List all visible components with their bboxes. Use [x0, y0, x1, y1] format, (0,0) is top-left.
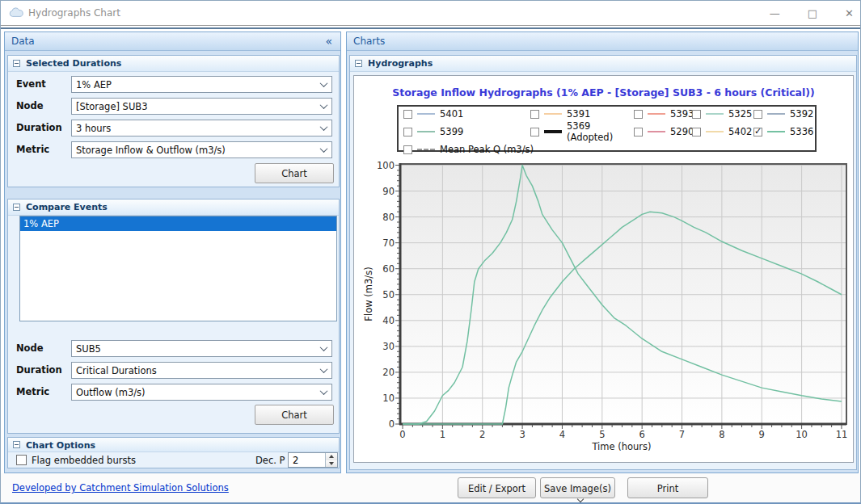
- legend-swatch: [767, 113, 785, 115]
- flag-embedded-bursts-label: Flag embedded bursts: [32, 455, 136, 466]
- svg-text:7: 7: [679, 429, 685, 440]
- chevron-down-icon[interactable]: [316, 78, 331, 91]
- legend-item: 5401: [403, 108, 530, 120]
- legend-checkbox[interactable]: [634, 110, 643, 119]
- legend-swatch: [767, 131, 785, 132]
- edit-export-button[interactable]: Edit / Export: [458, 477, 536, 498]
- svg-text:90: 90: [382, 186, 395, 197]
- collapse-group-icon[interactable]: [355, 60, 362, 67]
- metric-select[interactable]: Storage Inflow & Outflow (m3/s): [71, 141, 332, 158]
- chevron-down-icon[interactable]: [316, 121, 331, 135]
- svg-text:100: 100: [377, 160, 395, 171]
- chart-options-header[interactable]: Chart Options: [8, 438, 339, 452]
- close-icon[interactable]: ✕: [845, 8, 854, 19]
- chevron-down-icon[interactable]: [316, 363, 331, 377]
- flag-embedded-bursts-checkbox[interactable]: [16, 455, 27, 465]
- titlebar-separator: [1, 27, 860, 29]
- save-images-button[interactable]: Save Image(s): [540, 477, 615, 498]
- chart-options-title: Chart Options: [26, 440, 95, 451]
- compare-duration-label: Duration: [16, 364, 62, 376]
- dec-p-spinner[interactable]: 2: [288, 452, 338, 468]
- compare-node-label: Node: [16, 342, 44, 354]
- svg-text:8: 8: [719, 429, 724, 440]
- developer-link[interactable]: Developed by Catchment Simulation Soluti…: [12, 482, 229, 494]
- legend-checkbox[interactable]: [753, 110, 762, 119]
- legend-checkbox[interactable]: [403, 145, 412, 154]
- list-item-selected[interactable]: 1% AEP: [20, 216, 336, 231]
- data-panel: Data « Selected Durations Event 1% AEP N…: [4, 32, 341, 473]
- legend-checkbox[interactable]: [530, 128, 539, 136]
- minimize-icon[interactable]: —: [770, 8, 780, 19]
- collapse-group-icon[interactable]: [13, 441, 20, 448]
- svg-text:6: 6: [639, 429, 644, 440]
- svg-text:5: 5: [599, 429, 605, 440]
- print-button[interactable]: Print: [627, 477, 708, 498]
- legend-item: ✓5336: [753, 120, 813, 143]
- compare-events-header[interactable]: Compare Events: [8, 200, 339, 216]
- svg-text:40: 40: [382, 315, 395, 326]
- chevron-down-icon[interactable]: [316, 99, 331, 113]
- legend-label: 5399: [440, 126, 463, 137]
- hydrographs-header[interactable]: Hydrographs: [350, 56, 856, 72]
- data-panel-title: Data: [11, 36, 35, 47]
- x-axis-label: Time (hours): [591, 441, 651, 452]
- chart-button-compare-events[interactable]: Chart: [255, 405, 334, 425]
- app-cloud-icon: [9, 6, 23, 18]
- legend-label: Mean Peak Q (m3/s): [440, 144, 534, 155]
- legend-label: 5401: [440, 108, 463, 120]
- hydrograph-plot[interactable]: 012345678910110102030405060708090100Time…: [354, 155, 855, 462]
- compare-duration-select[interactable]: Critical Durations: [71, 362, 332, 379]
- chevron-down-icon[interactable]: [316, 385, 331, 399]
- legend-swatch: [544, 130, 562, 133]
- legend-label: 5336: [790, 126, 813, 137]
- metric-label: Metric: [16, 144, 49, 155]
- svg-text:0: 0: [389, 418, 395, 430]
- chart-button-selected-durations[interactable]: Chart: [255, 163, 334, 183]
- selected-durations-group: Selected Durations Event 1% AEP Node [St…: [7, 55, 340, 187]
- selected-durations-header[interactable]: Selected Durations: [8, 56, 339, 72]
- chevron-down-icon[interactable]: [316, 143, 331, 157]
- collapse-group-icon[interactable]: [13, 60, 20, 67]
- compare-node-select[interactable]: SUB5: [71, 340, 332, 357]
- chevron-down-icon[interactable]: [316, 342, 331, 355]
- legend-label: 5369 (Adopted): [567, 120, 634, 143]
- collapse-panel-icon[interactable]: «: [325, 35, 332, 48]
- chart-area: Storage Inflow Hydrographs (1% AEP - [St…: [353, 75, 854, 463]
- legend-checkbox[interactable]: [403, 110, 412, 119]
- svg-text:2: 2: [479, 429, 485, 440]
- legend-checkbox[interactable]: [692, 110, 701, 119]
- svg-text:20: 20: [382, 367, 395, 378]
- collapse-group-icon[interactable]: [13, 204, 20, 211]
- legend-item: 5392: [753, 108, 813, 120]
- spinner-down-button[interactable]: [326, 460, 337, 468]
- legend-item: 5402: [692, 120, 753, 143]
- compare-events-title: Compare Events: [26, 202, 108, 212]
- event-select[interactable]: 1% AEP: [71, 76, 332, 93]
- legend-checkbox[interactable]: [403, 128, 412, 136]
- legend-checkbox[interactable]: [692, 128, 701, 136]
- chevron-down-icon[interactable]: [577, 496, 584, 502]
- spinner-up-button[interactable]: [326, 453, 337, 460]
- node-select[interactable]: [Storage] SUB3: [71, 98, 332, 115]
- maximize-icon[interactable]: □: [808, 8, 817, 19]
- legend-item: Mean Peak Q (m3/s): [403, 144, 813, 155]
- svg-text:10: 10: [382, 393, 395, 404]
- compare-metric-select[interactable]: Outflow (m3/s): [71, 384, 332, 401]
- legend-label: 5392: [790, 108, 813, 120]
- legend-swatch: [706, 131, 724, 132]
- legend-swatch: [544, 113, 562, 115]
- legend-swatch: [648, 131, 665, 132]
- legend-checkbox[interactable]: [634, 128, 643, 136]
- legend-checkbox[interactable]: [530, 110, 539, 119]
- legend-label: 5325: [728, 108, 752, 120]
- chart-legend: 5401539153935325539253995369 (Adopted)52…: [397, 105, 817, 152]
- compare-events-list[interactable]: 1% AEP: [19, 216, 337, 321]
- metric-value: Storage Inflow & Outflow (m3/s): [76, 145, 226, 156]
- legend-swatch: [417, 149, 435, 150]
- legend-item: 5290: [634, 120, 692, 143]
- duration-select[interactable]: 3 hours: [71, 120, 332, 136]
- legend-checkbox[interactable]: ✓: [753, 128, 762, 136]
- compare-events-group: Compare Events 1% AEP Node SUB5 Duration…: [7, 199, 340, 434]
- svg-text:11: 11: [836, 429, 848, 440]
- y-axis-label: Flow (m3/s): [363, 267, 374, 321]
